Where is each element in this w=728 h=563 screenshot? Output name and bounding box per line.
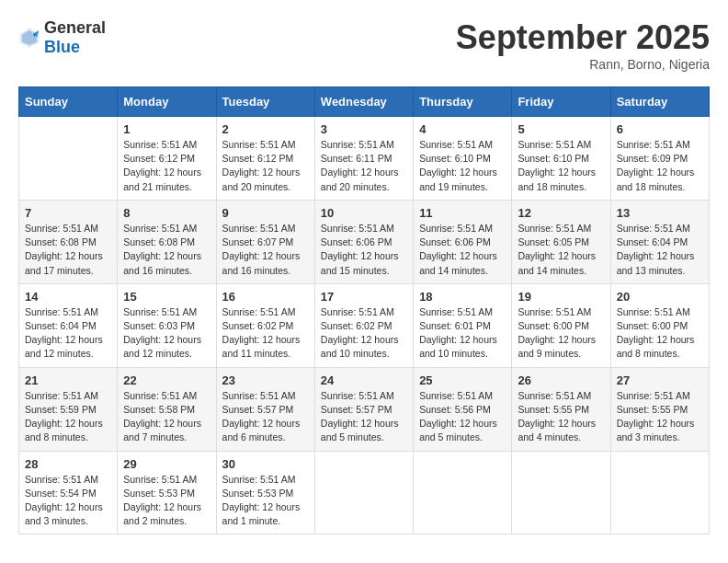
calendar-cell: 25Sunrise: 5:51 AM Sunset: 5:56 PM Dayli…	[414, 367, 512, 451]
day-header-friday: Friday	[512, 87, 610, 117]
day-number: 19	[518, 290, 604, 304]
cell-info: Sunrise: 5:51 AM Sunset: 5:54 PM Dayligh…	[25, 473, 111, 529]
calendar-cell: 7Sunrise: 5:51 AM Sunset: 6:08 PM Daylig…	[19, 200, 118, 283]
calendar-cell: 3Sunrise: 5:51 AM Sunset: 6:11 PM Daylig…	[314, 117, 413, 201]
cell-info: Sunrise: 5:51 AM Sunset: 6:02 PM Dayligh…	[321, 305, 407, 362]
calendar-week-row: 7Sunrise: 5:51 AM Sunset: 6:08 PM Daylig…	[19, 200, 710, 283]
calendar-cell: 17Sunrise: 5:51 AM Sunset: 6:02 PM Dayli…	[314, 283, 413, 367]
cell-info: Sunrise: 5:51 AM Sunset: 5:58 PM Dayligh…	[123, 389, 210, 445]
calendar-week-row: 14Sunrise: 5:51 AM Sunset: 6:04 PM Dayli…	[19, 283, 710, 367]
logo-blue: Blue	[44, 38, 80, 56]
day-number: 7	[25, 206, 111, 220]
day-number: 12	[518, 206, 604, 220]
cell-info: Sunrise: 5:51 AM Sunset: 6:12 PM Dayligh…	[123, 138, 210, 194]
calendar-cell: 22Sunrise: 5:51 AM Sunset: 5:58 PM Dayli…	[118, 367, 216, 451]
day-header-tuesday: Tuesday	[216, 87, 314, 117]
page-header: General Blue September 2025 Rann, Borno,…	[18, 18, 710, 72]
day-number: 29	[123, 457, 210, 471]
day-number: 17	[321, 290, 407, 304]
calendar-cell	[19, 117, 118, 201]
calendar-cell: 28Sunrise: 5:51 AM Sunset: 5:54 PM Dayli…	[19, 451, 118, 534]
day-number: 1	[123, 122, 210, 136]
calendar-cell: 12Sunrise: 5:51 AM Sunset: 6:05 PM Dayli…	[512, 200, 610, 283]
cell-info: Sunrise: 5:51 AM Sunset: 5:57 PM Dayligh…	[222, 389, 309, 445]
cell-info: Sunrise: 5:51 AM Sunset: 6:06 PM Dayligh…	[321, 222, 407, 278]
day-number: 16	[222, 290, 309, 304]
calendar-cell: 8Sunrise: 5:51 AM Sunset: 6:08 PM Daylig…	[118, 200, 216, 283]
day-header-wednesday: Wednesday	[314, 87, 413, 117]
day-number: 23	[222, 373, 309, 387]
cell-info: Sunrise: 5:51 AM Sunset: 6:10 PM Dayligh…	[419, 138, 506, 194]
calendar-cell: 26Sunrise: 5:51 AM Sunset: 5:55 PM Dayli…	[512, 367, 610, 451]
calendar-cell: 9Sunrise: 5:51 AM Sunset: 6:07 PM Daylig…	[216, 200, 314, 283]
calendar-table: SundayMondayTuesdayWednesdayThursdayFrid…	[18, 86, 710, 534]
cell-info: Sunrise: 5:51 AM Sunset: 5:55 PM Dayligh…	[617, 389, 703, 445]
cell-info: Sunrise: 5:51 AM Sunset: 6:04 PM Dayligh…	[617, 222, 703, 278]
logo: General Blue	[18, 18, 106, 57]
calendar-cell	[414, 451, 512, 534]
cell-info: Sunrise: 5:51 AM Sunset: 5:59 PM Dayligh…	[25, 389, 111, 445]
logo-general: General	[44, 18, 106, 37]
calendar-cell: 2Sunrise: 5:51 AM Sunset: 6:12 PM Daylig…	[216, 117, 314, 201]
cell-info: Sunrise: 5:51 AM Sunset: 6:09 PM Dayligh…	[617, 138, 703, 194]
day-number: 28	[25, 457, 111, 471]
calendar-cell	[512, 451, 610, 534]
day-header-saturday: Saturday	[610, 87, 709, 117]
day-number: 21	[25, 373, 111, 387]
month-title: September 2025	[456, 18, 710, 57]
day-number: 18	[419, 290, 506, 304]
cell-info: Sunrise: 5:51 AM Sunset: 6:03 PM Dayligh…	[123, 305, 210, 362]
calendar-cell: 27Sunrise: 5:51 AM Sunset: 5:55 PM Dayli…	[610, 367, 709, 451]
day-number: 27	[617, 373, 703, 387]
cell-info: Sunrise: 5:51 AM Sunset: 5:53 PM Dayligh…	[123, 473, 210, 529]
day-number: 2	[222, 122, 309, 136]
calendar-cell: 15Sunrise: 5:51 AM Sunset: 6:03 PM Dayli…	[118, 283, 216, 367]
cell-info: Sunrise: 5:51 AM Sunset: 5:56 PM Dayligh…	[419, 389, 506, 445]
calendar-cell: 30Sunrise: 5:51 AM Sunset: 5:53 PM Dayli…	[216, 451, 314, 534]
day-number: 4	[419, 122, 506, 136]
calendar-header-row: SundayMondayTuesdayWednesdayThursdayFrid…	[19, 87, 710, 117]
calendar-week-row: 28Sunrise: 5:51 AM Sunset: 5:54 PM Dayli…	[19, 451, 710, 534]
calendar-cell: 4Sunrise: 5:51 AM Sunset: 6:10 PM Daylig…	[414, 117, 512, 201]
day-number: 24	[321, 373, 407, 387]
calendar-cell: 19Sunrise: 5:51 AM Sunset: 6:00 PM Dayli…	[512, 283, 610, 367]
day-number: 6	[617, 122, 703, 136]
cell-info: Sunrise: 5:51 AM Sunset: 5:57 PM Dayligh…	[321, 389, 407, 445]
day-number: 25	[419, 373, 506, 387]
cell-info: Sunrise: 5:51 AM Sunset: 6:12 PM Dayligh…	[222, 138, 309, 194]
day-number: 20	[617, 290, 703, 304]
title-block: September 2025 Rann, Borno, Nigeria	[456, 18, 710, 72]
location: Rann, Borno, Nigeria	[456, 57, 710, 72]
cell-info: Sunrise: 5:51 AM Sunset: 5:53 PM Dayligh…	[222, 473, 309, 529]
day-number: 13	[617, 206, 703, 220]
day-number: 30	[222, 457, 309, 471]
day-number: 14	[25, 290, 111, 304]
day-header-monday: Monday	[118, 87, 216, 117]
cell-info: Sunrise: 5:51 AM Sunset: 6:11 PM Dayligh…	[321, 138, 407, 194]
calendar-cell: 5Sunrise: 5:51 AM Sunset: 6:10 PM Daylig…	[512, 117, 610, 201]
cell-info: Sunrise: 5:51 AM Sunset: 6:02 PM Dayligh…	[222, 305, 309, 362]
cell-info: Sunrise: 5:51 AM Sunset: 6:01 PM Dayligh…	[419, 305, 506, 362]
cell-info: Sunrise: 5:51 AM Sunset: 6:06 PM Dayligh…	[419, 222, 506, 278]
cell-info: Sunrise: 5:51 AM Sunset: 6:00 PM Dayligh…	[518, 305, 604, 362]
calendar-cell: 10Sunrise: 5:51 AM Sunset: 6:06 PM Dayli…	[314, 200, 413, 283]
cell-info: Sunrise: 5:51 AM Sunset: 6:08 PM Dayligh…	[25, 222, 111, 278]
calendar-cell: 13Sunrise: 5:51 AM Sunset: 6:04 PM Dayli…	[610, 200, 709, 283]
calendar-cell: 6Sunrise: 5:51 AM Sunset: 6:09 PM Daylig…	[610, 117, 709, 201]
day-number: 15	[123, 290, 210, 304]
cell-info: Sunrise: 5:51 AM Sunset: 6:04 PM Dayligh…	[25, 305, 111, 362]
logo-text: General Blue	[44, 18, 106, 57]
calendar-cell: 1Sunrise: 5:51 AM Sunset: 6:12 PM Daylig…	[118, 117, 216, 201]
calendar-week-row: 21Sunrise: 5:51 AM Sunset: 5:59 PM Dayli…	[19, 367, 710, 451]
calendar-cell: 21Sunrise: 5:51 AM Sunset: 5:59 PM Dayli…	[19, 367, 118, 451]
calendar-cell: 18Sunrise: 5:51 AM Sunset: 6:01 PM Dayli…	[414, 283, 512, 367]
logo-icon	[18, 27, 40, 49]
cell-info: Sunrise: 5:51 AM Sunset: 6:05 PM Dayligh…	[518, 222, 604, 278]
calendar-cell: 20Sunrise: 5:51 AM Sunset: 6:00 PM Dayli…	[610, 283, 709, 367]
cell-info: Sunrise: 5:51 AM Sunset: 6:07 PM Dayligh…	[222, 222, 309, 278]
cell-info: Sunrise: 5:51 AM Sunset: 6:10 PM Dayligh…	[518, 138, 604, 194]
cell-info: Sunrise: 5:51 AM Sunset: 5:55 PM Dayligh…	[518, 389, 604, 445]
cell-info: Sunrise: 5:51 AM Sunset: 6:08 PM Dayligh…	[123, 222, 210, 278]
day-number: 10	[321, 206, 407, 220]
day-number: 8	[123, 206, 210, 220]
